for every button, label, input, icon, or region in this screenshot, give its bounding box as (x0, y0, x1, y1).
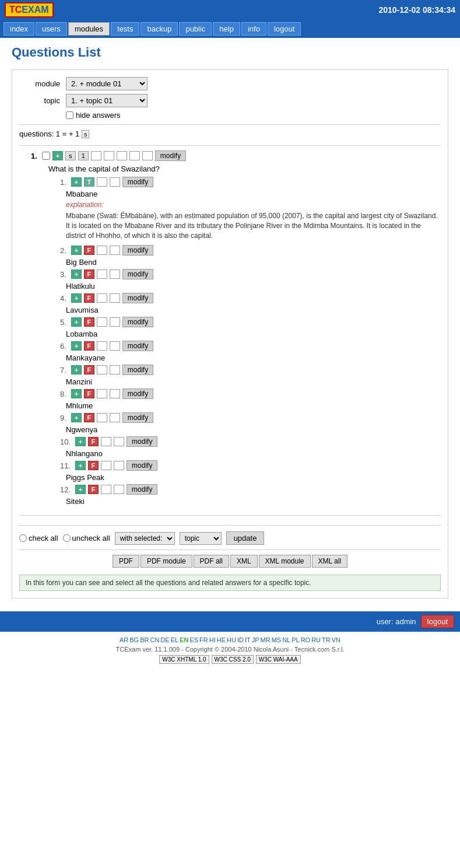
answer-1-type-btn[interactable]: T (84, 177, 94, 187)
lang-ms[interactable]: MS (272, 636, 282, 643)
lang-cn[interactable]: CN (150, 636, 159, 643)
w3c-xhtml[interactable]: W3C XHTML 1.0 (159, 655, 209, 664)
answer-8-type-btn[interactable]: F (84, 389, 94, 398)
answer-12-plus-btn[interactable]: + (75, 485, 86, 494)
lang-tr[interactable]: TR (322, 636, 331, 643)
answer-7-type-btn[interactable]: F (84, 365, 94, 374)
answer-5-modify-btn[interactable]: modify (122, 317, 153, 327)
lang-hi[interactable]: HI (209, 636, 216, 643)
lang-ro[interactable]: RO (301, 636, 311, 643)
answer-2-plus-btn[interactable]: + (71, 246, 82, 255)
answer-2-modify-btn[interactable]: modify (122, 245, 153, 256)
lang-nl[interactable]: NL (282, 636, 290, 643)
lang-vn[interactable]: VN (332, 636, 340, 643)
answer-7-modify-btn[interactable]: modify (122, 365, 153, 375)
answer-11-box1 (101, 461, 111, 470)
answer-11-modify-btn[interactable]: modify (127, 460, 157, 471)
lang-ru[interactable]: RU (311, 636, 321, 643)
update-btn[interactable]: update (226, 531, 265, 545)
lang-mr[interactable]: MR (261, 636, 271, 643)
question-1-checkbox[interactable] (42, 152, 50, 160)
nav-info[interactable]: info (241, 22, 266, 36)
lang-ar[interactable]: AR (120, 636, 128, 643)
lang-id[interactable]: ID (237, 636, 244, 643)
lang-el[interactable]: EL (171, 636, 178, 643)
pdf-btn[interactable]: PDF (113, 555, 139, 568)
answer-6-modify-btn[interactable]: modify (122, 341, 153, 351)
question-1-1-btn[interactable]: 1 (78, 151, 89, 160)
answer-2-type-btn[interactable]: F (84, 246, 94, 255)
answer-7-plus-btn[interactable]: + (71, 365, 82, 374)
question-1-modify-btn[interactable]: modify (155, 150, 186, 161)
answer-4-modify-btn[interactable]: modify (122, 293, 153, 303)
check-all-radio[interactable] (19, 534, 27, 542)
nav-tests[interactable]: tests (111, 22, 139, 36)
nav-backup[interactable]: backup (141, 22, 178, 36)
xml-all-btn[interactable]: XML all (312, 555, 348, 568)
lang-br[interactable]: BR (140, 636, 149, 643)
answer-8-plus-btn[interactable]: + (71, 389, 82, 398)
lang-it[interactable]: IT (245, 636, 251, 643)
answer-10-plus-btn[interactable]: + (75, 437, 86, 446)
answer-3-plus-btn[interactable]: + (71, 270, 82, 279)
lang-jp[interactable]: JP (252, 636, 259, 643)
answer-3-modify-btn[interactable]: modify (122, 269, 153, 279)
lang-de[interactable]: DE (160, 636, 169, 643)
lang-bg[interactable]: BG (129, 636, 139, 643)
xml-btn[interactable]: XML (230, 555, 258, 568)
with-selected-select[interactable]: with selected: (115, 532, 175, 545)
answer-1-header: 1. + T modify (60, 177, 441, 187)
nav-help[interactable]: help (213, 22, 240, 36)
w3c-wai[interactable]: W3C WAI-AAA (256, 655, 301, 664)
answer-8-modify-btn[interactable]: modify (122, 388, 153, 399)
answer-9-type-btn[interactable]: F (84, 413, 94, 422)
w3c-css[interactable]: W3C CSS 2.0 (212, 655, 254, 664)
topic-select-form[interactable]: 1. + topic 01 (66, 94, 148, 107)
answer-9-plus-btn[interactable]: + (71, 413, 82, 422)
answer-1-text: Mbabane (66, 190, 441, 198)
answer-4-type-btn[interactable]: F (84, 293, 94, 303)
pdf-all-btn[interactable]: PDF all (194, 555, 229, 568)
nav-index[interactable]: index (3, 22, 34, 36)
uncheck-all-radio[interactable] (63, 534, 71, 542)
answer-1-modify-btn[interactable]: modify (122, 177, 153, 187)
xml-module-btn[interactable]: XML module (259, 555, 311, 568)
topic-action-select[interactable]: topic (180, 532, 222, 545)
answer-9-header: 9. + F modify (60, 412, 441, 423)
answer-3: 3. + F modify Hlatikulu (60, 269, 441, 290)
answer-4-plus-btn[interactable]: + (71, 293, 82, 303)
answer-5: 5. + F modify Lobamba (60, 317, 441, 338)
question-1-plus-btn[interactable]: + (52, 151, 63, 160)
footer-logout-btn[interactable]: logout (421, 615, 454, 628)
pdf-module-btn[interactable]: PDF module (141, 555, 192, 568)
answer-1-plus-btn[interactable]: + (71, 177, 82, 187)
nav-users[interactable]: users (36, 22, 67, 36)
answer-9-modify-btn[interactable]: modify (122, 412, 153, 423)
lang-pl[interactable]: PL (292, 636, 299, 643)
answer-6-num: 6. (60, 342, 66, 351)
question-1-s-btn[interactable]: s (65, 151, 76, 160)
answer-11-plus-btn[interactable]: + (75, 461, 86, 470)
hide-answers-checkbox[interactable] (66, 111, 73, 119)
answer-11-type-btn[interactable]: F (88, 461, 99, 470)
answer-10-type-btn[interactable]: F (88, 437, 99, 446)
answer-5-plus-btn[interactable]: + (71, 317, 82, 327)
module-select[interactable]: 2. + module 01 (66, 77, 148, 90)
nav-modules[interactable]: modules (68, 22, 110, 36)
answer-10-modify-btn[interactable]: modify (127, 436, 157, 447)
lang-en[interactable]: EN (180, 636, 188, 643)
nav-logout[interactable]: logout (268, 22, 301, 36)
answer-8-text: Mhlume (66, 401, 441, 410)
answer-12-modify-btn[interactable]: modify (127, 484, 157, 495)
nav-public[interactable]: public (179, 22, 212, 36)
answer-12-type-btn[interactable]: F (88, 485, 99, 494)
lang-fr[interactable]: FR (199, 636, 208, 643)
answer-6-type-btn[interactable]: F (84, 341, 94, 351)
lang-hu[interactable]: HU (227, 636, 236, 643)
answer-3-type-btn[interactable]: F (84, 270, 94, 279)
answer-6-plus-btn[interactable]: + (71, 341, 82, 351)
answer-2-text: Big Bend (66, 258, 441, 267)
lang-he[interactable]: HE (217, 636, 226, 643)
answer-5-type-btn[interactable]: F (84, 317, 94, 327)
lang-es[interactable]: ES (189, 636, 198, 643)
